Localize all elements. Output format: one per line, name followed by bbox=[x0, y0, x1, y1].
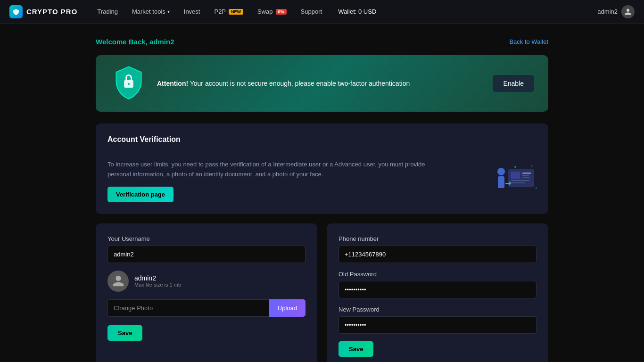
p2p-badge: NEW bbox=[229, 9, 243, 15]
enable-2fa-button[interactable]: Enable bbox=[493, 75, 534, 92]
verification-description: To increase user limits, you need to pas… bbox=[107, 160, 438, 180]
username-card: Your Username admin2 Max file size is 1 … bbox=[96, 223, 317, 362]
settings-columns: Your Username admin2 Max file size is 1 … bbox=[96, 223, 548, 362]
nav-user[interactable]: admin2 bbox=[597, 5, 635, 18]
nav-support[interactable]: Support bbox=[295, 5, 328, 18]
welcome-bar: Welcome Back, admin2 Back to Wallet bbox=[96, 38, 548, 46]
new-password-label: New Password bbox=[339, 306, 537, 313]
username-group: Your Username bbox=[107, 235, 305, 263]
logo[interactable]: CRYPTO PRO bbox=[9, 5, 77, 18]
verification-content: To increase user limits, you need to pas… bbox=[107, 160, 537, 202]
nav-wallet[interactable]: Wallet: 0 USD bbox=[332, 5, 382, 18]
card-divider bbox=[107, 151, 537, 151]
svg-rect-8 bbox=[522, 177, 530, 178]
user-avatar bbox=[621, 5, 635, 18]
old-password-input[interactable] bbox=[339, 281, 537, 298]
phone-label: Phone number bbox=[339, 235, 537, 242]
profile-avatar bbox=[107, 271, 129, 292]
main-content: Welcome Back, admin2 Back to Wallet Atte… bbox=[86, 24, 558, 362]
user-profile-row: admin2 Max file size is 1 mb bbox=[107, 271, 305, 292]
phone-input[interactable] bbox=[339, 246, 537, 263]
svg-rect-10 bbox=[511, 182, 525, 183]
welcome-username: admin2 bbox=[149, 38, 174, 46]
change-photo-display: Change Photo bbox=[107, 299, 269, 317]
svg-rect-9 bbox=[511, 180, 529, 181]
svg-point-1 bbox=[128, 83, 130, 85]
file-upload-row: Change Photo Upload bbox=[107, 299, 305, 317]
account-verification-card: Account Verification To increase user li… bbox=[96, 123, 548, 214]
svg-point-13 bbox=[536, 187, 537, 189]
svg-rect-7 bbox=[522, 175, 529, 176]
svg-point-12 bbox=[531, 165, 533, 166]
back-to-wallet-link[interactable]: Back to Wallet bbox=[509, 38, 548, 45]
banner-text: Attention! Your account is not secure en… bbox=[157, 80, 483, 87]
welcome-text: Welcome Back, admin2 bbox=[96, 38, 174, 46]
nav-invest[interactable]: Invest bbox=[178, 5, 206, 18]
verification-illustration bbox=[489, 162, 537, 200]
nav-trading[interactable]: Trading bbox=[91, 5, 124, 18]
profile-username: admin2 bbox=[134, 274, 181, 282]
old-password-group: Old Password bbox=[339, 271, 537, 298]
password-card: Phone number Old Password New Password S… bbox=[327, 223, 548, 362]
password-save-button[interactable]: Save bbox=[339, 341, 373, 357]
security-banner: Attention! Your account is not secure en… bbox=[96, 55, 548, 112]
svg-rect-6 bbox=[522, 173, 531, 174]
nav-links: Trading Market tools Invest P2P NEW Swap… bbox=[91, 5, 597, 18]
username-save-button[interactable]: Save bbox=[107, 325, 142, 341]
svg-rect-3 bbox=[498, 176, 504, 188]
account-verification-title: Account Verification bbox=[107, 135, 537, 144]
navbar: CRYPTO PRO Trading Market tools Invest P… bbox=[0, 0, 644, 24]
swap-badge: 0% bbox=[276, 9, 287, 15]
nav-p2p[interactable]: P2P NEW bbox=[208, 5, 249, 18]
logo-text: CRYPTO PRO bbox=[26, 8, 77, 16]
new-password-input[interactable] bbox=[339, 316, 537, 334]
file-size-note: Max file size is 1 mb bbox=[134, 282, 181, 288]
phone-group: Phone number bbox=[339, 235, 537, 263]
nav-swap[interactable]: Swap 0% bbox=[252, 5, 292, 18]
svg-point-11 bbox=[514, 166, 516, 168]
username-input[interactable] bbox=[107, 246, 305, 263]
verification-page-button[interactable]: Verification page bbox=[107, 187, 173, 202]
logo-icon bbox=[9, 5, 23, 18]
username-label: Your Username bbox=[107, 235, 305, 242]
upload-button[interactable]: Upload bbox=[269, 299, 305, 317]
shield-icon bbox=[110, 65, 148, 102]
svg-rect-5 bbox=[511, 172, 520, 179]
svg-point-2 bbox=[497, 168, 505, 175]
nav-market-tools[interactable]: Market tools bbox=[126, 5, 175, 18]
old-password-label: Old Password bbox=[339, 271, 537, 278]
new-password-group: New Password bbox=[339, 306, 537, 334]
